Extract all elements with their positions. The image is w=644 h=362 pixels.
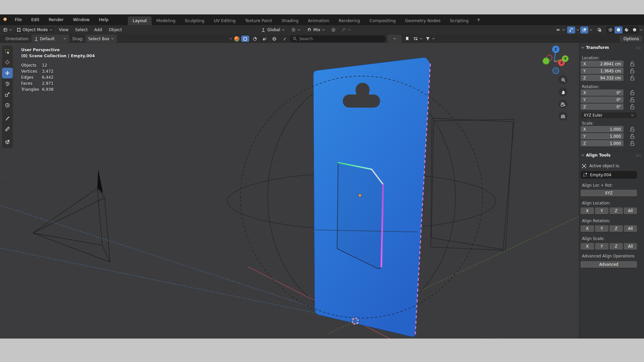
lock-icon[interactable] — [630, 97, 635, 102]
tool-cursor[interactable] — [2, 57, 13, 68]
filter-brush-button[interactable] — [280, 35, 288, 42]
gizmo-axis-z[interactable]: Z — [552, 46, 559, 53]
header-collapse-chevron[interactable] — [229, 37, 232, 40]
rotation-y-field[interactable]: Y0° — [581, 97, 624, 103]
show-gizmo-toggle[interactable] — [567, 26, 575, 34]
blender-logo-icon[interactable] — [3, 17, 8, 22]
search-input[interactable]: Search — [290, 36, 386, 42]
align-scale-y-button[interactable]: Y — [595, 243, 608, 250]
scale-x-field[interactable]: X1.000 — [581, 126, 624, 132]
lock-icon[interactable] — [630, 140, 635, 146]
snap-dropdown[interactable]: Mix — [305, 26, 327, 34]
tool-move[interactable] — [2, 68, 13, 78]
lock-icon[interactable] — [630, 133, 635, 139]
align-location-z-button[interactable]: Z — [609, 207, 623, 214]
lock-icon[interactable] — [630, 75, 635, 80]
camera-view-button[interactable] — [558, 100, 568, 109]
mode-dropdown[interactable]: Object Mode — [14, 26, 55, 34]
show-overlays-toggle[interactable] — [580, 26, 588, 34]
menu-object[interactable]: Object — [106, 27, 125, 32]
orientation-dropdown[interactable]: Default — [32, 35, 69, 43]
menu-edit[interactable]: Edit — [26, 14, 44, 25]
xray-toggle[interactable] — [595, 26, 603, 34]
panel-drag-handle[interactable] — [636, 47, 641, 49]
display-settings-dropdown[interactable] — [413, 35, 423, 42]
advanced-button[interactable]: Advanced — [581, 261, 637, 268]
lock-icon[interactable] — [630, 90, 635, 95]
filter-dropdown[interactable] — [425, 35, 436, 42]
add-workspace-button[interactable]: + — [473, 17, 484, 23]
lock-icon[interactable] — [630, 61, 635, 66]
proportional-editing-toggle[interactable] — [329, 26, 337, 34]
menu-render[interactable]: Render — [44, 14, 68, 25]
rotation-x-field[interactable]: X0° — [581, 89, 624, 96]
active-object-field[interactable]: Empty.004 — [581, 171, 637, 179]
menu-select[interactable]: Select — [72, 27, 91, 32]
editor-type-button[interactable] — [2, 26, 13, 34]
align-tools-panel-header[interactable]: Align Tools — [581, 153, 610, 158]
panel-drag-handle[interactable] — [636, 154, 641, 157]
menu-add[interactable]: Add — [91, 27, 105, 32]
location-y-field[interactable]: Y1.3645 cm — [581, 68, 624, 74]
scale-z-field[interactable]: Z1.000 — [581, 140, 624, 146]
shading-options-chevron[interactable] — [640, 28, 643, 32]
viewport-3d[interactable]: User Perspective (0) Scene Collection | … — [0, 43, 579, 339]
shading-wireframe-button[interactable] — [606, 26, 614, 34]
filter-pie-button[interactable] — [251, 35, 259, 42]
rotation-z-field[interactable]: Z0° — [581, 104, 624, 110]
tab-sculpting[interactable]: Sculpting — [180, 16, 209, 25]
transform-panel-header[interactable]: Transform — [581, 45, 609, 50]
tab-geometry-nodes[interactable]: Geometry Nodes — [400, 16, 445, 25]
lock-icon[interactable] — [630, 104, 635, 109]
align-scale-all-button[interactable]: All — [624, 243, 637, 250]
tab-rendering[interactable]: Rendering — [334, 16, 365, 25]
zoom-button[interactable] — [558, 75, 568, 84]
align-location-y-button[interactable]: Y — [595, 207, 608, 214]
align-scale-z-button[interactable]: Z — [609, 243, 623, 250]
bookmark-icon[interactable] — [403, 35, 411, 42]
location-x-field[interactable]: X2.8941 cm — [581, 61, 624, 67]
menu-help[interactable]: Help — [94, 14, 113, 25]
rotation-mode-dropdown[interactable]: XYZ Euler — [581, 112, 637, 119]
align-xyz-button[interactable]: XYZ — [581, 190, 637, 196]
tab-scripting[interactable]: Scripting — [445, 16, 473, 25]
pan-hand-button[interactable] — [558, 87, 568, 97]
tool-add-cube[interactable] — [2, 137, 13, 147]
shading-solid-button[interactable] — [614, 26, 623, 34]
orthographic-toggle-button[interactable] — [558, 112, 568, 121]
overlay-options-chevron[interactable] — [589, 28, 592, 32]
options-button[interactable]: Options — [620, 36, 643, 42]
tool-scale[interactable] — [2, 89, 13, 100]
collection-dropdown[interactable] — [387, 35, 401, 43]
transform-orientation-dropdown[interactable]: Global — [259, 26, 287, 34]
pivot-point-dropdown[interactable] — [289, 26, 303, 34]
shading-rendered-button[interactable] — [631, 26, 639, 34]
align-rotation-z-button[interactable]: Z — [609, 225, 623, 232]
scale-y-field[interactable]: Y1.000 — [581, 133, 624, 139]
lock-icon[interactable] — [630, 126, 635, 132]
tool-measure[interactable] — [2, 124, 13, 134]
align-rotation-x-button[interactable]: X — [581, 225, 594, 232]
tool-rotate[interactable] — [2, 78, 13, 89]
location-z-field[interactable]: Z94.332 cm — [581, 75, 624, 81]
gizmo-options-chevron[interactable] — [576, 28, 579, 32]
shading-material-button[interactable] — [623, 26, 631, 34]
tab-uv-editing[interactable]: UV Editing — [209, 16, 240, 25]
tab-texture-paint[interactable]: Texture Paint — [240, 16, 277, 25]
tab-animation[interactable]: Animation — [303, 16, 334, 25]
menu-file[interactable]: File — [10, 14, 26, 25]
drag-dropdown[interactable]: Select Box — [86, 35, 117, 43]
gizmo-axis-y[interactable]: Y — [562, 55, 569, 62]
proportional-falloff-dropdown[interactable] — [339, 26, 353, 34]
filter-particles-button[interactable] — [261, 35, 269, 42]
object-visibility-dropdown[interactable] — [555, 26, 566, 34]
filter-world-button[interactable] — [270, 35, 278, 42]
align-location-all-button[interactable]: All — [624, 207, 637, 214]
lock-icon[interactable] — [630, 68, 635, 73]
tab-compositing[interactable]: Compositing — [365, 16, 400, 25]
tool-select-box[interactable] — [2, 46, 13, 57]
tool-transform[interactable] — [2, 100, 13, 111]
align-rotation-all-button[interactable]: All — [624, 225, 637, 232]
tool-annotate[interactable] — [2, 113, 13, 124]
camera-wireframe[interactable] — [33, 169, 110, 262]
